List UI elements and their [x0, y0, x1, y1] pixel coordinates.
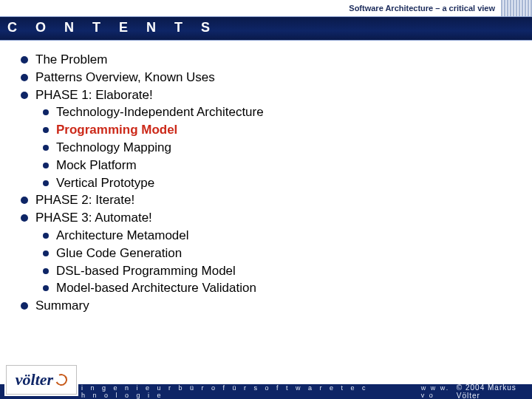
sub-bullet-text: DSL-based Programming Model: [56, 262, 236, 280]
sub-bullet-text: Glue Code Generation: [56, 245, 182, 262]
sub-bullet-text: Vertical Prototype: [56, 174, 154, 192]
bullet-text: Summary: [35, 297, 89, 315]
sub-bullet-text: Technology Mapping: [56, 139, 171, 157]
bullet-icon: [21, 92, 28, 99]
sub-bullet-text: Mock Platform: [56, 157, 137, 174]
slide-title: C O N T E N T S: [0, 16, 532, 41]
sub-bullet-row: Model-based Architecture Validation: [43, 279, 525, 297]
footer-bar: i n g e n i e u r b ü r o f ü r s o f t …: [0, 384, 532, 399]
sub-bullet-row: Architecture Metamodel: [43, 227, 525, 245]
bullet-row: The Problem: [21, 51, 525, 69]
bullet-row: PHASE 2: Iterate!: [21, 191, 525, 209]
bullet-icon: [43, 163, 49, 168]
bullet-row: PHASE 3: Automate!: [21, 209, 525, 227]
bullet-icon: [43, 285, 49, 291]
bullet-row: Patterns Overview, Known Uses: [21, 69, 525, 86]
sub-bullet-row: Technology-Independent Architecture: [43, 103, 525, 121]
sub-bullet-row: Mock Platform: [43, 157, 525, 174]
bullet-icon: [21, 302, 28, 310]
footer: völter i n g e n i e u r b ü r o f ü r s…: [0, 362, 532, 399]
swirl-icon: [54, 372, 69, 388]
sub-bullet-row: Glue Code Generation: [43, 245, 525, 262]
bullet-icon: [21, 74, 28, 81]
sub-bullet-row: Technology Mapping: [43, 139, 525, 157]
bullet-text: PHASE 2: Iterate!: [35, 191, 134, 209]
bullet-icon: [21, 214, 28, 222]
bullet-text: PHASE 1: Elaborate!: [35, 86, 153, 104]
sub-bullet-row: Programming Model: [43, 121, 525, 139]
bullet-row: Summary: [21, 297, 525, 315]
footer-tagline: i n g e n i e u r b ü r o f ü r s o f t …: [81, 384, 377, 399]
bullet-icon: [21, 56, 28, 64]
top-ornament: [501, 0, 532, 16]
bullet-icon: [43, 233, 49, 239]
bullet-icon: [21, 197, 28, 204]
footer-copyright: © 2004 Markus Völter: [457, 383, 532, 399]
top-subtitle: Software Architecture – a critical view: [349, 4, 495, 13]
logo-text: völter: [16, 372, 53, 388]
sub-bullet-row: DSL-based Programming Model: [43, 262, 525, 280]
logo: völter: [6, 365, 77, 395]
content-area: The ProblemPatterns Overview, Known Uses…: [0, 41, 532, 315]
sub-bullet-text: Programming Model: [56, 121, 177, 139]
top-subtitle-bar: Software Architecture – a critical view: [0, 0, 532, 16]
bullet-text: PHASE 3: Automate!: [35, 209, 152, 227]
bullet-row: PHASE 1: Elaborate!: [21, 86, 525, 104]
bullet-icon: [43, 250, 49, 256]
bullet-icon: [43, 268, 49, 274]
sub-bullet-text: Model-based Architecture Validation: [56, 279, 256, 297]
sub-bullet-text: Technology-Independent Architecture: [56, 103, 264, 121]
bullet-text: The Problem: [35, 51, 107, 69]
footer-url: w w w. v o: [421, 384, 457, 399]
bullet-text: Patterns Overview, Known Uses: [35, 69, 215, 86]
sub-bullet-text: Architecture Metamodel: [56, 227, 189, 245]
bullet-icon: [43, 109, 49, 115]
bullet-icon: [43, 180, 49, 186]
sub-bullet-row: Vertical Prototype: [43, 174, 525, 192]
bullet-icon: [43, 145, 49, 151]
bullet-icon: [43, 127, 49, 133]
